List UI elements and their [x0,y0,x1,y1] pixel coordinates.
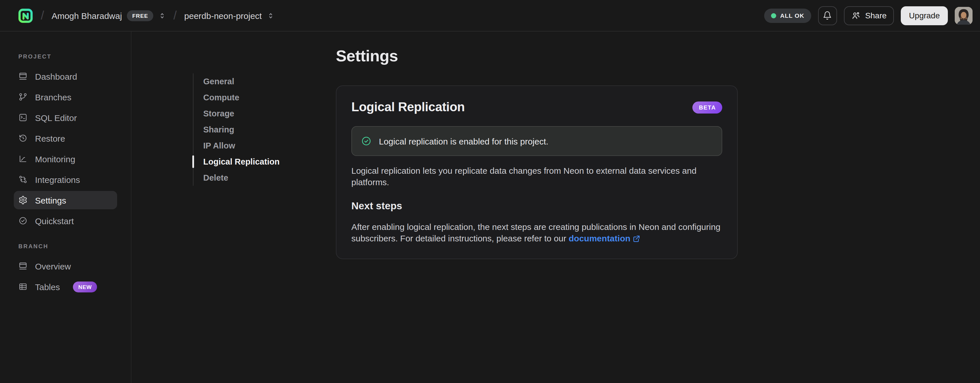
subnav-item-logical-replication[interactable]: Logical Replication [194,154,280,170]
subnav-item-delete[interactable]: Delete [194,170,280,186]
plan-badge: FREE [127,10,153,21]
chevron-updown-icon [267,12,274,19]
browser-window-icon [18,261,27,271]
workflow-sync-icon [18,175,27,184]
documentation-link[interactable]: documentation [569,233,630,243]
subnav-item-general[interactable]: General [194,73,280,89]
chart-line-icon [18,154,27,163]
card-header: Logical Replication BETA [352,100,722,115]
user-avatar[interactable] [955,6,972,24]
status-dot-icon [771,13,776,18]
subnav-item-storage[interactable]: Storage [194,106,280,122]
sidebar-item-label: Branches [35,92,72,102]
neon-logo-icon[interactable] [18,8,33,23]
breadcrumb-separator: / [41,9,44,22]
top-bar: / Amogh Bharadwaj FREE / peerdb-neon-pro… [0,0,980,32]
sidebar-section-label-branch: BRANCH [18,243,113,249]
next-steps-paragraph: After enabling logical replication, the … [352,221,722,244]
sidebar-item-label: SQL Editor [35,113,77,122]
sidebar-item-label: Settings [35,195,66,205]
sidebar-item-settings[interactable]: Settings [14,191,117,209]
sidebar-item-label: Restore [35,133,65,143]
history-icon [18,134,27,143]
sidebar-item-integrations[interactable]: Integrations [14,170,117,188]
new-badge: NEW [73,281,97,292]
gear-icon [18,196,27,205]
top-bar-actions: ALL OK Share [764,6,972,25]
subnav-item-ip-allow[interactable]: IP Allow [194,138,280,154]
subnav-item-sharing[interactable]: Sharing [194,122,280,138]
org-name: Amogh Bharadwaj [52,11,122,21]
upgrade-button[interactable]: Upgrade [901,6,948,25]
project-switcher[interactable]: peerdb-neon-project [184,11,274,21]
settings-subnav: General Compute Storage Sharing IP Allow… [193,73,280,186]
logical-replication-card: Logical Replication BETA Logical replica… [336,85,738,259]
subnav-item-compute[interactable]: Compute [194,89,280,106]
bell-icon [823,11,832,20]
project-name: peerdb-neon-project [184,11,262,21]
beta-badge: BETA [693,101,722,113]
sidebar-item-label: Integrations [35,174,80,184]
check-circle-icon [18,216,27,225]
sidebar-item-label: Tables [35,282,60,291]
success-banner: Logical replication is enabled for this … [352,126,722,156]
card-title: Logical Replication [352,100,465,115]
notifications-button[interactable] [818,6,837,25]
sidebar-item-quickstart[interactable]: Quickstart [14,212,117,230]
breadcrumb: / Amogh Bharadwaj FREE / peerdb-neon-pro… [18,8,274,23]
terminal-square-icon [18,113,27,122]
sidebar-item-label: Overview [35,261,71,271]
org-switcher[interactable]: Amogh Bharadwaj FREE [52,10,166,21]
next-steps-heading: Next steps [352,200,722,212]
description-paragraph: Logical replication lets you replicate d… [352,165,722,187]
status-badge[interactable]: ALL OK [764,8,811,23]
sidebar-item-sql-editor[interactable]: SQL Editor [14,108,117,127]
chevron-updown-icon [159,12,166,19]
share-button[interactable]: Share [844,6,894,25]
neon-console: / Amogh Bharadwaj FREE / peerdb-neon-pro… [0,0,980,383]
sidebar-project-items: Dashboard Branches SQL [18,67,113,230]
sidebar-item-label: Dashboard [35,71,77,81]
users-icon [851,11,861,20]
sidebar-item-tables[interactable]: Tables NEW [14,277,117,296]
sidebar-item-restore[interactable]: Restore [14,129,117,147]
table-icon [18,282,27,291]
success-banner-text: Logical replication is enabled for this … [379,136,548,146]
sidebar-item-branches[interactable]: Branches [14,88,117,106]
next-steps-text: After enabling logical replication, the … [352,222,721,243]
external-link-icon [633,235,640,242]
git-branch-icon [18,92,27,101]
status-label: ALL OK [780,12,804,19]
sidebar-branch-items: Overview Tables NEW [18,257,113,296]
sidebar-item-label: Monitoring [35,154,75,164]
success-check-icon [361,136,371,146]
page-title: Settings [336,47,398,65]
dashboard-icon [18,72,27,81]
sidebar-section-label-project: PROJECT [18,53,113,60]
breadcrumb-separator: / [173,9,177,22]
sidebar: PROJECT Dashboard Branches [0,32,132,383]
sidebar-item-label: Quickstart [35,216,74,226]
sidebar-item-dashboard[interactable]: Dashboard [14,67,117,85]
sidebar-item-overview[interactable]: Overview [14,257,117,275]
sidebar-item-monitoring[interactable]: Monitoring [14,150,117,168]
upgrade-label: Upgrade [909,11,940,20]
share-label: Share [865,11,887,20]
